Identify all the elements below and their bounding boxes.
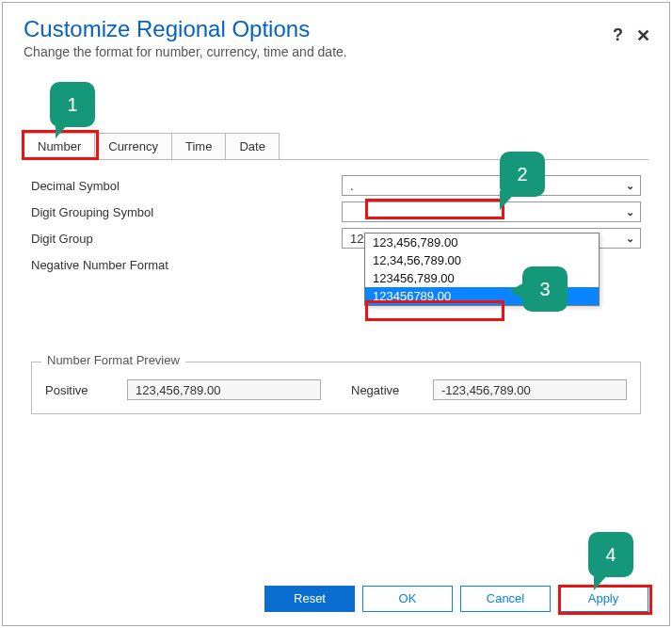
- digit-grouping-symbol-label: Digit Grouping Symbol: [31, 205, 342, 219]
- close-icon[interactable]: ✕: [636, 25, 650, 46]
- annotation-callout-2: 2: [500, 152, 545, 197]
- digit-group-option[interactable]: 12,34,56,789.00: [365, 251, 599, 269]
- reset-button[interactable]: Reset: [264, 586, 355, 612]
- dialog-title: Customize Regional Options: [24, 16, 648, 42]
- preview-negative-value: -123,456,789.00: [433, 379, 627, 400]
- dialog-header: Customize Regional Options Change the fo…: [3, 3, 669, 65]
- decimal-symbol-value: .: [350, 179, 354, 193]
- chevron-down-icon: ⌄: [626, 233, 634, 245]
- help-icon[interactable]: ?: [613, 25, 623, 46]
- digit-grouping-symbol-combo[interactable]: ⌄: [342, 201, 641, 222]
- ok-button[interactable]: OK: [362, 586, 453, 612]
- digit-group-option[interactable]: 123,456,789.00: [365, 233, 599, 251]
- preview-legend: Number Format Preview: [41, 353, 185, 367]
- preview-positive-label: Positive: [45, 383, 116, 397]
- tabs: Number Currency Time Date: [24, 133, 648, 160]
- tab-time[interactable]: Time: [171, 133, 226, 159]
- negative-number-format-label: Negative Number Format: [31, 258, 342, 272]
- dialog-subtitle: Change the format for number, currency, …: [24, 44, 648, 59]
- digit-group-label: Digit Group: [31, 232, 342, 246]
- regional-options-dialog: Customize Regional Options Change the fo…: [2, 2, 670, 626]
- tab-date[interactable]: Date: [225, 133, 279, 159]
- preview-positive-value: 123,456,789.00: [127, 379, 321, 400]
- tab-currency[interactable]: Currency: [94, 133, 172, 159]
- decimal-symbol-combo[interactable]: . ⌄: [342, 175, 641, 196]
- dialog-footer: Reset OK Cancel Apply: [264, 586, 648, 612]
- chevron-down-icon: ⌄: [626, 180, 634, 192]
- annotation-callout-1: 1: [50, 82, 95, 127]
- chevron-down-icon: ⌄: [626, 206, 634, 218]
- decimal-symbol-label: Decimal Symbol: [31, 179, 342, 193]
- annotation-callout-3: 3: [522, 266, 568, 312]
- preview-negative-label: Negative: [351, 383, 422, 397]
- number-format-preview: Number Format Preview Positive 123,456,7…: [31, 362, 641, 414]
- cancel-button[interactable]: Cancel: [460, 586, 551, 612]
- annotation-callout-4: 4: [588, 532, 633, 577]
